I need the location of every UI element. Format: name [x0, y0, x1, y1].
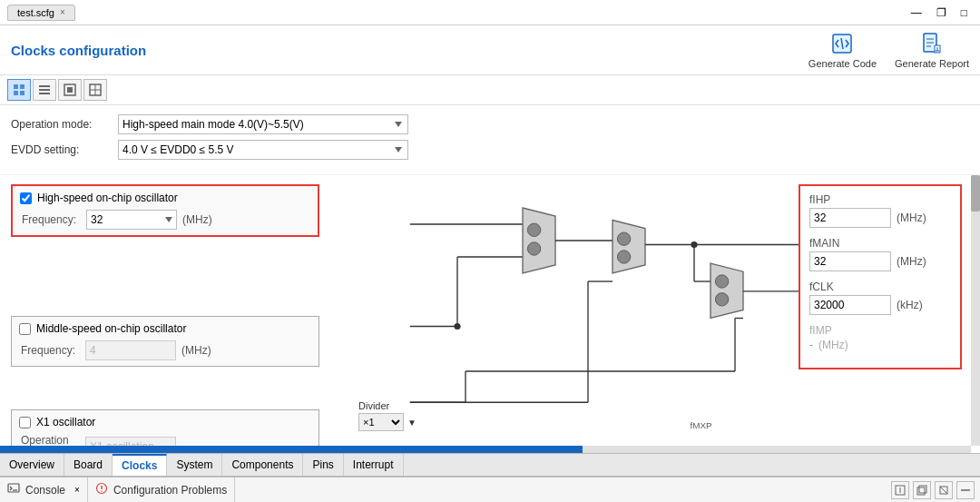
- svg-point-30: [617, 232, 630, 245]
- fCLK-label: fCLK: [809, 281, 951, 293]
- config-problems-panel: Configuration Problems: [88, 477, 235, 502]
- console-panel: Console ×: [0, 477, 88, 502]
- fIMP-value: -: [809, 339, 813, 351]
- operation-mode-row: Operation mode: High-speed main mode 4.0…: [11, 114, 969, 134]
- svg-text:fMXP: fMXP: [691, 420, 713, 430]
- x1-osc-label: X1 oscillator: [36, 416, 95, 428]
- fMAIN-input[interactable]: [809, 251, 891, 271]
- operation-mode-label: Operation mode:: [11, 118, 111, 131]
- status-bar: Console × Configuration Problems: [0, 477, 980, 502]
- divider-label: Divider ×1 ▼: [358, 400, 416, 431]
- v-scrollbar-thumb[interactable]: [971, 175, 980, 212]
- svg-point-43: [715, 293, 728, 306]
- svg-rect-15: [39, 93, 50, 94]
- svg-point-57: [101, 490, 103, 492]
- evdd-row: EVDD setting: 4.0 V ≤ EVDD0 ≤ 5.5 V: [11, 140, 969, 160]
- x1-osc-checkbox[interactable]: [19, 417, 31, 428]
- high-speed-osc-header: High-speed on-chip oscillator: [20, 192, 310, 204]
- fIHP-val-row: (MHz): [809, 208, 951, 228]
- tab-board[interactable]: Board: [64, 454, 113, 476]
- maximize-btn[interactable]: □: [956, 6, 973, 19]
- svg-marker-41: [710, 263, 743, 318]
- console-label: Console: [25, 484, 65, 497]
- svg-rect-13: [39, 85, 50, 87]
- tab-clocks[interactable]: Clocks: [113, 454, 167, 476]
- middle-speed-osc-checkbox[interactable]: [19, 323, 31, 335]
- status-action-btn-4[interactable]: [956, 481, 975, 499]
- fIHP-input[interactable]: [809, 208, 891, 228]
- high-speed-freq-row: Frequency: 32 (MHz): [20, 210, 310, 230]
- tab-interrupt[interactable]: Interrupt: [344, 454, 404, 476]
- tab-pins[interactable]: Pins: [303, 454, 343, 476]
- generate-code-label: Generate Code: [808, 58, 877, 69]
- console-close-btn[interactable]: ×: [74, 485, 80, 495]
- v-scrollbar-track[interactable]: [971, 175, 980, 446]
- evdd-select[interactable]: 4.0 V ≤ EVDD0 ≤ 5.5 V: [118, 140, 408, 160]
- divider-select[interactable]: ×1: [358, 413, 404, 431]
- output-panel: fIHP (MHz) fMAIN (MHz): [799, 184, 962, 369]
- minimize-btn[interactable]: —: [906, 6, 927, 19]
- generate-code-button[interactable]: Generate Code: [808, 31, 877, 69]
- tab-overview[interactable]: Overview: [0, 454, 64, 476]
- fMAIN-val-row: (MHz): [809, 251, 951, 271]
- title-bar: test.scfg × — ❐ □: [0, 0, 980, 25]
- tab-close-icon[interactable]: ×: [60, 7, 65, 17]
- fMAIN-label: fMAIN: [809, 237, 951, 250]
- fMAIN-unit: (MHz): [897, 255, 926, 268]
- svg-rect-17: [67, 87, 73, 93]
- file-tab-label: test.scfg: [17, 7, 54, 18]
- evdd-label: EVDD setting:: [11, 143, 111, 156]
- toolbar-btn-4[interactable]: [83, 79, 107, 101]
- high-speed-osc-checkbox[interactable]: [20, 192, 32, 204]
- status-action-btn-3[interactable]: [935, 481, 953, 499]
- header-actions: Generate Code Generate Report: [808, 31, 969, 69]
- svg-rect-60: [917, 487, 925, 495]
- left-content: High-speed on-chip oscillator Frequency:…: [0, 175, 980, 502]
- h-scrollbar-thumb[interactable]: [0, 446, 583, 453]
- x1-osc-header: X1 oscillator: [19, 416, 311, 428]
- svg-rect-11: [14, 91, 18, 95]
- middle-speed-freq-select[interactable]: 4: [85, 340, 176, 360]
- generate-report-button[interactable]: Generate Report: [895, 31, 969, 69]
- toolbar-btn-1[interactable]: [7, 79, 31, 101]
- high-speed-freq-label: Frequency:: [22, 213, 81, 226]
- fIMP-label: fIMP: [809, 324, 951, 337]
- svg-point-31: [617, 251, 630, 263]
- generate-report-icon: [919, 31, 945, 56]
- svg-line-63: [940, 487, 947, 494]
- svg-rect-10: [20, 84, 24, 89]
- config-problems-icon: [95, 482, 108, 497]
- high-speed-osc-label: High-speed on-chip oscillator: [37, 192, 178, 204]
- middle-speed-osc-label: Middle-speed on-chip oscillator: [36, 322, 186, 335]
- fCLK-row: fCLK (kHz): [809, 281, 951, 315]
- status-action-btn-1[interactable]: [891, 481, 909, 499]
- tab-system[interactable]: System: [167, 454, 222, 476]
- high-speed-freq-select[interactable]: 32: [86, 210, 177, 230]
- header: Clocks configuration Generate Code: [0, 25, 980, 75]
- svg-point-27: [527, 242, 540, 255]
- h-scrollbar-track[interactable]: [0, 446, 971, 453]
- svg-rect-14: [39, 89, 50, 91]
- operation-mode-select[interactable]: High-speed main mode 4.0(V)~5.5(V): [118, 114, 408, 134]
- fIMP-unit: (MHz): [818, 339, 848, 351]
- file-tab[interactable]: test.scfg ×: [7, 5, 75, 21]
- fIHP-row: fIHP (MHz): [809, 193, 951, 228]
- middle-speed-freq-row: Frequency: 4 (MHz): [19, 340, 311, 360]
- toolbar-btn-3[interactable]: [58, 79, 82, 101]
- svg-marker-25: [523, 208, 555, 273]
- generate-code-icon: [829, 31, 855, 56]
- restore-btn[interactable]: ❐: [931, 6, 952, 19]
- middle-speed-freq-unit: (MHz): [181, 344, 211, 357]
- toolbar-btn-2[interactable]: [33, 79, 56, 101]
- fCLK-val-row: (kHz): [809, 295, 951, 315]
- tab-components[interactable]: Components: [222, 454, 303, 476]
- page-title: Clocks configuration: [11, 43, 146, 58]
- fCLK-unit: (kHz): [897, 299, 923, 311]
- status-action-btn-2[interactable]: [913, 481, 931, 499]
- fIHP-unit: (MHz): [897, 212, 926, 224]
- divider-dropdown-icon: ▼: [407, 418, 416, 428]
- svg-rect-53: [8, 484, 19, 492]
- fCLK-input[interactable]: [809, 295, 891, 315]
- fMAIN-row: fMAIN (MHz): [809, 237, 951, 271]
- svg-point-26: [527, 223, 540, 236]
